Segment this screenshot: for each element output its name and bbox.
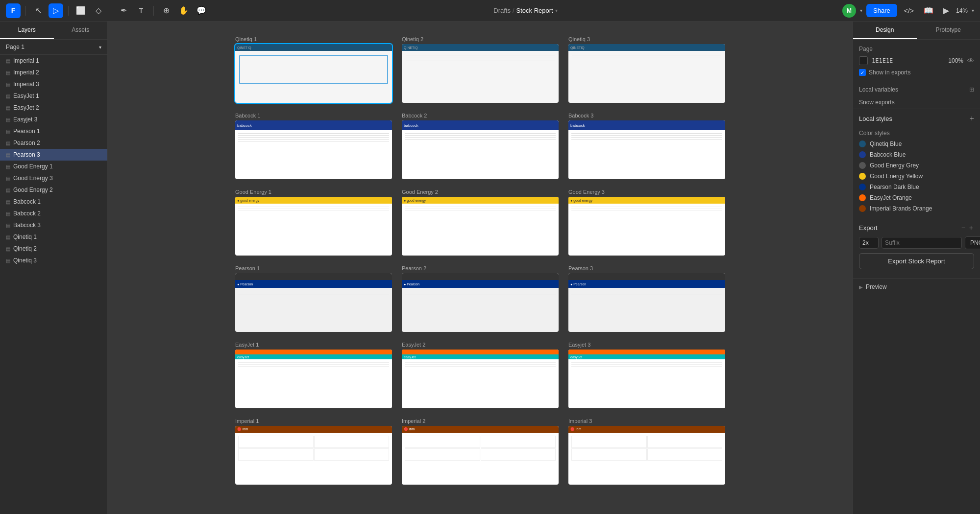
frame-thumb-easyjet3[interactable]: easyJet: [568, 350, 725, 408]
breadcrumb-parent[interactable]: Drafts: [493, 7, 511, 14]
play-btn[interactable]: ▶: [940, 4, 952, 17]
frame-thumb-qinetiq3[interactable]: QINETIQ: [568, 44, 725, 103]
frame-thumb-goodenergy3[interactable]: ● good energy: [568, 197, 725, 256]
cursor-tool-btn[interactable]: ▷: [49, 3, 63, 18]
preview-toggle[interactable]: ▶ Preview: [859, 283, 974, 290]
layer-item-babcock3[interactable]: ▤Babcock 3: [0, 219, 107, 231]
layer-item-easyjet3[interactable]: ▤Easyjet 3: [0, 114, 107, 125]
color-style-babcock-blue[interactable]: Babcock Blue: [853, 149, 980, 160]
text-tool-btn[interactable]: T: [134, 3, 148, 18]
local-variables-icon[interactable]: ⊞: [969, 86, 974, 93]
frame-thumb-imperial3[interactable]: 🔴 ibm: [568, 426, 725, 485]
line: [405, 364, 556, 365]
dropdown-arrow-icon[interactable]: ▾: [555, 8, 558, 13]
frame-label-qinetiq3: Qinetiq 3: [568, 36, 725, 42]
layer-label: Qinetiq 2: [13, 245, 37, 252]
export-format-select[interactable]: PNG JPG SVG PDF: [965, 236, 980, 249]
component-tool-btn[interactable]: ⊕: [159, 3, 173, 18]
frame-group-qinetiq1: Qinetiq 1 QINETIQ: [235, 36, 392, 103]
layer-item-babcock2[interactable]: ▤Babcock 2: [0, 208, 107, 219]
frame-thumb-pearson2[interactable]: ● Pearson: [402, 273, 559, 332]
pen-tool-btn[interactable]: ✒: [116, 3, 131, 18]
frame-thumb-babcock1[interactable]: babcock: [235, 120, 392, 179]
show-exports-checkbox[interactable]: ✓: [859, 69, 866, 76]
frame-tool-btn[interactable]: ⬜: [74, 3, 88, 18]
right-panel: Design Prototype Page 1E1E1E 100% 👁 ✓ Sh…: [853, 22, 980, 514]
comment-tool-btn[interactable]: 💬: [194, 3, 209, 18]
layer-item-pearson2[interactable]: ▤Pearson 2: [0, 137, 107, 149]
design-tab[interactable]: Design: [853, 22, 917, 39]
frame-thumb-qinetiq1[interactable]: QINETIQ: [235, 44, 392, 103]
layer-item-qinetiq3[interactable]: ▤Qinetiq 3: [0, 255, 107, 266]
frame-thumb-easyjet2[interactable]: easyJet: [402, 350, 559, 408]
page-selector[interactable]: Page 1 ▾: [0, 40, 107, 55]
frame-thumb-goodenergy1[interactable]: ● good energy: [235, 197, 392, 256]
frame-thumb-pearson3[interactable]: ● Pearson: [568, 273, 725, 332]
layer-icon: ▤: [6, 140, 10, 146]
layer-item-easyjet1[interactable]: ▤EasyJet 1: [0, 90, 107, 102]
avatar-dropdown-icon[interactable]: ▾: [860, 8, 862, 13]
share-button[interactable]: Share: [866, 4, 897, 17]
main-layout: Layers Assets Page 1 ▾ ▤Imperial 1 ▤Impe…: [0, 22, 980, 514]
color-style-imperial-brands-orange[interactable]: Imperial Brands Orange: [853, 203, 980, 214]
frame-thumb-imperial1[interactable]: 🔴 ibm: [235, 426, 392, 485]
zoom-dropdown-icon[interactable]: ▾: [972, 8, 974, 13]
layer-item-pearson3[interactable]: ▤Pearson 3: [0, 149, 107, 161]
goodenergy-header-3: ● good energy: [568, 197, 725, 204]
frame-thumb-easyjet1[interactable]: easyJet: [235, 350, 392, 408]
hand-tool-btn[interactable]: ✋: [176, 3, 191, 18]
frame-inner-imperial2: 🔴 ibm: [402, 426, 559, 485]
layer-icon: ▤: [6, 176, 10, 181]
frame-thumb-babcock2[interactable]: babcock: [402, 120, 559, 179]
color-style-good-energy-yellow[interactable]: Good Energy Yellow: [853, 171, 980, 182]
layer-item-qinetiq1[interactable]: ▤Qinetiq 1: [0, 231, 107, 243]
frame-thumb-pearson1[interactable]: ● Pearson: [235, 273, 392, 332]
layer-item-easyjet2[interactable]: ▤EasyJet 2: [0, 102, 107, 114]
zoom-label: 14%: [956, 7, 968, 14]
page-dropdown-icon[interactable]: ▾: [99, 45, 101, 50]
prototype-tab[interactable]: Prototype: [917, 22, 980, 39]
layer-item-imperial3[interactable]: ▤Imperial 3: [0, 78, 107, 90]
eye-icon[interactable]: 👁: [967, 57, 974, 65]
layer-item-babcock1[interactable]: ▤Babcock 1: [0, 196, 107, 208]
layer-item-qinetiq2[interactable]: ▤Qinetiq 2: [0, 243, 107, 255]
layer-icon: ▤: [6, 58, 10, 64]
layer-item-goodenergy1[interactable]: ▤Good Energy 1: [0, 161, 107, 172]
code-view-btn[interactable]: </>: [901, 5, 917, 17]
book-btn[interactable]: 📖: [921, 4, 936, 17]
easyjet-header-3: easyJet: [568, 354, 725, 359]
export-header: Export − +: [859, 224, 974, 232]
frame-thumb-babcock3[interactable]: babcock: [568, 120, 725, 179]
figma-logo-btn[interactable]: F: [6, 3, 21, 18]
export-minus-btn[interactable]: −: [960, 224, 966, 232]
frame-thumb-goodenergy2[interactable]: ● good energy: [402, 197, 559, 256]
local-styles-add-icon[interactable]: +: [970, 114, 974, 123]
color-style-pearson-dark-blue[interactable]: Pearson Dark Blue: [853, 182, 980, 192]
layers-tab[interactable]: Layers: [0, 22, 54, 39]
color-style-good-energy-grey[interactable]: Good Energy Grey: [853, 160, 980, 171]
layer-icon: ▤: [6, 258, 10, 263]
color-style-qinetiq-blue[interactable]: Qinetiq Blue: [853, 139, 980, 149]
frame-thumb-imperial2[interactable]: 🔴 ibm: [402, 426, 559, 485]
export-suffix-input[interactable]: [882, 237, 962, 249]
shape-tool-btn[interactable]: ◇: [91, 3, 106, 18]
move-tool-btn[interactable]: ↖: [31, 3, 46, 18]
line: [571, 133, 722, 134]
color-style-easyjet-orange[interactable]: EasyJet Orange: [853, 192, 980, 203]
toolbar-divider-1: [25, 6, 26, 16]
frame-inner-babcock2: babcock: [402, 120, 559, 179]
assets-tab[interactable]: Assets: [54, 22, 108, 39]
toolbar-left: F ↖ ▷ ⬜ ◇ ✒ T ⊕ ✋ 💬: [6, 3, 209, 18]
layer-item-imperial2[interactable]: ▤Imperial 2: [0, 67, 107, 78]
page-bg-swatch[interactable]: [859, 56, 868, 65]
layer-item-pearson1[interactable]: ▤Pearson 1: [0, 125, 107, 137]
layer-item-goodenergy3[interactable]: ▤Good Energy 3: [0, 172, 107, 184]
layer-item-goodenergy2[interactable]: ▤Good Energy 2: [0, 184, 107, 196]
layer-item-imperial1[interactable]: ▤Imperial 1: [0, 55, 107, 67]
frame-thumb-qinetiq2[interactable]: QINETIQ: [402, 44, 559, 103]
frame-label-imperial1: Imperial 1: [235, 418, 392, 424]
export-stock-report-button[interactable]: Export Stock Report: [859, 253, 974, 269]
frame-inner-easyjet3: easyJet: [568, 350, 725, 408]
export-plus-btn[interactable]: +: [968, 224, 974, 232]
export-scale-input[interactable]: [859, 237, 879, 249]
